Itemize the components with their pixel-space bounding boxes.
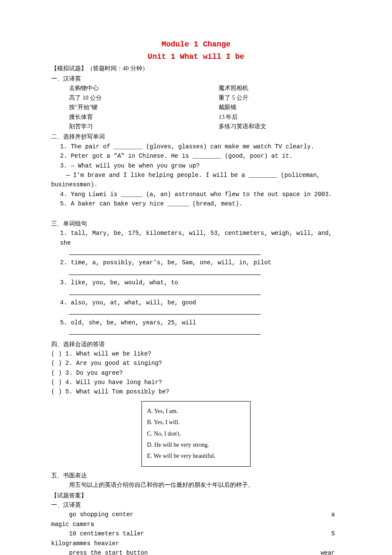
section2-heading: 二、选择并抄写单词 (51, 132, 341, 142)
test-header: 【模拟试题】（答题时间：40 分钟） (51, 64, 341, 73)
translation-row: 高了 10 公分重了 5 公斤 (51, 93, 341, 103)
answer-right: a (331, 510, 341, 519)
answer-option: C. No, I don't. (147, 429, 245, 439)
translation-row: 擅长体育13 年后 (51, 113, 341, 122)
translation-row: 去购物中心魔术照相机 (51, 84, 341, 93)
choice-item: 2. Peter got a "A" in Chinese. He is ___… (51, 151, 341, 161)
translation-right: 多练习英语和语文 (219, 122, 341, 131)
unit-subtitle: Unit 1 What will I be (51, 51, 341, 63)
answer-left: press the start button (51, 548, 148, 555)
answer-right: 5 (331, 529, 341, 538)
answer-right: wear (320, 548, 341, 555)
module-title: Module 1 Change (51, 38, 341, 51)
answer-row: 10 centimeters taller5 (51, 529, 341, 538)
section4-heading: 四、选择合适的答语 (51, 340, 341, 349)
answer-option: D. He will be very strong. (147, 440, 245, 450)
sentence-scramble-item: 1. tall, Mary, be, 175, kilometers, will… (51, 228, 341, 248)
answers-s1-heading: 一、汉译英 (51, 500, 341, 510)
translation-row: 刻苦学习多练习英语和语文 (51, 122, 341, 131)
translation-left: 去购物中心 (51, 84, 219, 93)
answers-heading: 【试题答案】 (51, 491, 341, 500)
answer-options-box: A. Yes, I am.B. Yes, I will.C. No, I don… (141, 401, 251, 467)
choice-item: 5. A baker can bake very nice ______ (br… (51, 199, 341, 208)
answer-option: B. Yes, I will. (147, 418, 245, 427)
choice-item: 3. — What will you be when you grow up? (51, 161, 341, 171)
answer-continuation: kilogrammes heavier (51, 539, 341, 548)
translation-right: 13 年后 (219, 113, 341, 122)
answer-row: press the start buttonwear (51, 548, 341, 555)
section5-heading: 五、书面表达 (51, 471, 341, 480)
sentence-scramble-item: 4. also, you, at, what, will, be, good (51, 298, 341, 307)
matching-question[interactable]: ( ) 1. What will we be like? (51, 349, 341, 358)
choice-item: 4. Yang Liwei is ______ (a, an) astronau… (51, 190, 341, 199)
choice-item: — I'm brave and I like helping people. I… (51, 171, 341, 190)
answer-option: A. Yes, I am. (147, 407, 245, 416)
section3-heading: 三、单词组句 (51, 219, 341, 228)
matching-question[interactable]: ( ) 4. Will you have long hair? (51, 378, 341, 387)
translation-left: 擅长体育 (51, 113, 219, 122)
translation-row: 按"开始"键戴眼镜 (51, 103, 341, 112)
sentence-scramble-item: 5. old, she, be, when, years, 25, will (51, 318, 341, 327)
translation-right: 重了 5 公斤 (219, 93, 341, 103)
answer-blank-line[interactable] (69, 328, 341, 338)
translation-left: 按"开始"键 (51, 103, 219, 112)
answer-option: E. We will be very beautiful. (147, 451, 245, 461)
translation-left: 刻苦学习 (51, 122, 219, 131)
sentence-scramble-item: 2. time, a, possibly, year's, be, Sam, o… (51, 258, 341, 267)
translation-left: 高了 10 公分 (51, 93, 219, 103)
answer-blank-line[interactable] (69, 308, 341, 318)
answer-left: go shopping center (51, 510, 133, 519)
answer-blank-line[interactable] (69, 249, 341, 258)
choice-item: 1. The pair of ________ (gloves, glasses… (51, 142, 341, 151)
section5-prompt: 用五句以上的英语介绍你自己和你的一位最好的朋友十年以后的样子。 (51, 480, 341, 490)
answer-blank-line[interactable] (69, 269, 341, 278)
answer-continuation: magic camera (51, 520, 341, 529)
matching-question[interactable]: ( ) 3. Do you agree? (51, 368, 341, 378)
translation-right: 戴眼镜 (219, 103, 341, 112)
answer-row: go shopping centera (51, 510, 341, 519)
sentence-scramble-item: 3. like, you, be, would, what, to (51, 278, 341, 287)
matching-question[interactable]: ( ) 5. What will Tom possibly be? (51, 387, 341, 396)
answer-blank-line[interactable] (69, 289, 341, 298)
answer-left: 10 centimeters taller (51, 529, 144, 538)
translation-right: 魔术照相机 (219, 84, 341, 93)
matching-question[interactable]: ( ) 2. Are you good at singing? (51, 358, 341, 368)
section1-heading: 一、汉译英 (51, 74, 341, 84)
